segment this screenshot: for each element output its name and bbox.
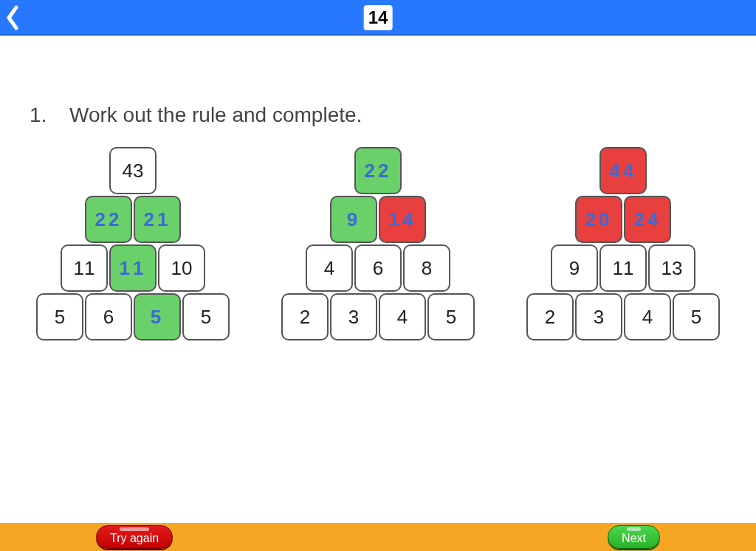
pyramid-cell: 5 — [182, 293, 230, 340]
app: 14 1. Work out the rule and complete. 43… — [0, 0, 756, 551]
answer-cell-correct[interactable]: 11 — [109, 244, 157, 292]
pyramid-cell: 5 — [673, 293, 720, 340]
pyramid-row: 5655 — [35, 292, 230, 341]
pyramid-cell: 3 — [330, 293, 377, 340]
pyramid-row: 2221 — [84, 195, 182, 244]
pyramid-cell: 2 — [526, 293, 574, 340]
pyramid-cell: 43 — [109, 147, 157, 194]
content: 1. Work out the rule and complete. 43222… — [0, 35, 756, 523]
pyramid-cell: 13 — [648, 244, 695, 292]
pyramid-row: 22 — [354, 146, 402, 195]
footer: Try again Next — [0, 523, 756, 551]
pyramids: 4322211111105655229144682345442024911132… — [30, 146, 726, 341]
try-again-label: Try again — [110, 532, 159, 545]
answer-cell-correct[interactable]: 5 — [134, 293, 181, 340]
pyramid: 229144682345 — [281, 146, 475, 341]
page-number: 14 — [364, 5, 393, 30]
question-number: 1. — [30, 103, 55, 127]
pyramid-cell: 9 — [551, 244, 598, 292]
pyramid-cell: 4 — [624, 293, 671, 340]
next-button[interactable]: Next — [608, 525, 660, 549]
answer-cell-correct[interactable]: 22 — [85, 196, 132, 243]
answer-cell-wrong[interactable]: 14 — [379, 196, 426, 243]
pyramid-row: 914 — [329, 195, 427, 244]
answer-cell-wrong[interactable]: 24 — [624, 196, 671, 243]
pyramid-row: 2024 — [574, 195, 672, 244]
pyramid-row: 91113 — [550, 244, 696, 292]
pyramid-row: 468 — [305, 244, 451, 292]
question-text: Work out the rule and complete. — [69, 103, 362, 127]
pyramid-cell: 11 — [61, 244, 108, 292]
answer-cell-correct[interactable]: 22 — [354, 147, 402, 194]
pyramid-cell: 4 — [379, 293, 426, 340]
pyramid-cell: 3 — [575, 293, 622, 340]
back-button[interactable] — [6, 0, 21, 35]
answer-cell-wrong[interactable]: 44 — [599, 147, 647, 194]
pyramid-cell: 11 — [599, 244, 647, 292]
pyramid-row: 2345 — [526, 292, 721, 341]
pyramid-cell: 10 — [158, 244, 205, 292]
answer-cell-correct[interactable]: 21 — [134, 196, 181, 243]
pyramid-cell: 6 — [85, 293, 132, 340]
chevron-left-icon — [6, 5, 21, 30]
pyramid-cell: 6 — [354, 244, 402, 292]
question: 1. Work out the rule and complete. — [30, 103, 726, 127]
answer-cell-wrong[interactable]: 20 — [575, 196, 622, 243]
pyramid-cell: 5 — [36, 293, 83, 340]
header: 14 — [0, 0, 756, 35]
answer-cell-correct[interactable]: 9 — [330, 196, 377, 243]
pyramid-row: 44 — [599, 146, 647, 195]
pyramid: 442024911132345 — [526, 146, 721, 341]
pyramid-row: 43 — [109, 146, 157, 195]
next-label: Next — [622, 532, 646, 545]
pyramid-cell: 8 — [403, 244, 450, 292]
pyramid: 4322211111105655 — [35, 146, 230, 341]
pyramid-cell: 5 — [427, 293, 475, 340]
pyramid-row: 111110 — [60, 244, 206, 292]
pyramid-cell: 2 — [281, 293, 329, 340]
try-again-button[interactable]: Try again — [96, 525, 173, 549]
pyramid-row: 2345 — [281, 292, 475, 341]
pyramid-cell: 4 — [306, 244, 353, 292]
